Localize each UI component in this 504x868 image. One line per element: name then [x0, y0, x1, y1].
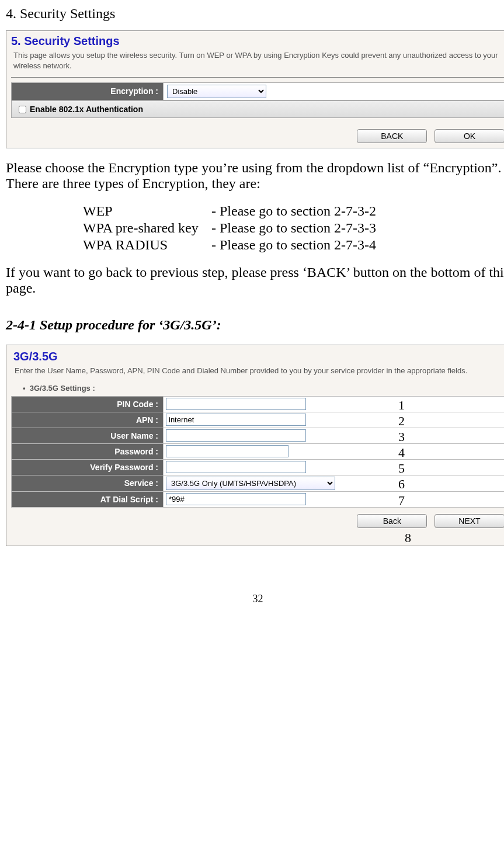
callout-5: 5: [398, 461, 405, 476]
enc-row-wep: WEP - Please go to section 2-7-3-2: [83, 203, 381, 219]
settings-grid: PIN Code : 1 APN : 2 User Name : 3 Passw…: [11, 396, 504, 508]
callout-8: 8: [6, 530, 504, 546]
intro-paragraph: Please choose the Encryption type you’re…: [6, 160, 504, 192]
enable-8021x-row: Enable 802.1x Authentication: [11, 100, 504, 118]
row-service: Service : 3G/3.5G Only (UMTS/HSPA/HSDPA)…: [11, 475, 504, 492]
encryption-row: Encryption : Disable: [11, 82, 504, 100]
callout-1: 1: [398, 398, 405, 413]
label-at-dial-script: AT Dial Script :: [12, 492, 164, 507]
row-apn: APN : 2: [11, 412, 504, 428]
panel-description: This page allows you setup the wireless …: [6, 48, 504, 77]
callout-2: 2: [398, 414, 405, 429]
label-password: Password :: [12, 444, 164, 459]
label-user-name: User Name :: [12, 428, 164, 443]
button-row: BACK OK: [6, 123, 504, 148]
settings-subheader: 3G/3.5G Settings :: [6, 384, 504, 396]
enable-8021x-checkbox[interactable]: [19, 106, 26, 113]
row-at-dial-script: AT Dial Script : 7: [11, 492, 504, 508]
enc-ref: - Please go to section 2-7-3-4: [211, 237, 381, 253]
back-button-2[interactable]: Back: [357, 514, 427, 528]
ok-button[interactable]: OK: [435, 129, 504, 143]
label-service: Service :: [12, 475, 164, 491]
callout-7: 7: [398, 493, 405, 508]
enc-row-wpa-psk: WPA pre-shared key - Please go to sectio…: [83, 220, 381, 236]
row-user-name: User Name : 3: [11, 428, 504, 444]
input-user-name[interactable]: [166, 429, 306, 442]
enc-name: WPA pre-shared key: [83, 220, 210, 236]
encryption-label: Encryption :: [12, 83, 164, 100]
label-verify-password: Verify Password :: [12, 460, 164, 475]
encryption-types-list: WEP - Please go to section 2-7-3-2 WPA p…: [82, 202, 382, 254]
input-pin-code[interactable]: [166, 398, 306, 410]
panel2-title: 3G/3.5G: [6, 345, 504, 363]
enc-name: WEP: [83, 203, 210, 219]
enable-8021x-label: Enable 802.1x Authentication: [30, 105, 143, 114]
back-paragraph: If you want to go back to previous step,…: [6, 265, 504, 296]
input-apn[interactable]: [166, 414, 306, 426]
enc-ref: - Please go to section 2-7-3-2: [211, 203, 381, 219]
input-password[interactable]: [166, 445, 289, 457]
enc-name: WPA RADIUS: [83, 237, 210, 253]
callout-4: 4: [398, 445, 405, 460]
row-pin-code: PIN Code : 1: [11, 396, 504, 412]
label-pin-code: PIN Code :: [12, 397, 164, 412]
security-settings-panel: 5. Security Settings This page allows yo…: [6, 30, 504, 148]
encryption-select[interactable]: Disable: [167, 85, 266, 98]
back-button[interactable]: BACK: [357, 129, 427, 143]
next-button[interactable]: NEXT: [435, 514, 504, 528]
panel-title: 5. Security Settings: [6, 31, 504, 48]
section-heading: 4. Security Settings: [6, 6, 504, 22]
enc-ref: - Please go to section 2-7-3-3: [211, 220, 381, 236]
row-password: Password : 4: [11, 444, 504, 460]
page-number: 32: [6, 593, 504, 605]
encryption-cell: Disable: [164, 83, 504, 100]
subheading-3g: 2-4-1 Setup procedure for ‘3G/3.5G’:: [6, 317, 504, 333]
button-row-2: Back NEXT: [6, 509, 504, 530]
label-apn: APN :: [12, 412, 164, 428]
row-verify-password: Verify Password : 5: [11, 460, 504, 475]
callout-3: 3: [398, 429, 405, 445]
select-service[interactable]: 3G/3.5G Only (UMTS/HSPA/HSDPA): [166, 477, 335, 490]
input-verify-password[interactable]: [166, 461, 306, 473]
divider: [11, 77, 504, 78]
callout-6: 6: [398, 477, 405, 492]
input-at-dial-script[interactable]: [166, 493, 306, 505]
threeg-panel: 3G/3.5G Enter the User Name, Password, A…: [6, 345, 504, 546]
enc-row-wpa-radius: WPA RADIUS - Please go to section 2-7-3-…: [83, 237, 381, 253]
panel2-description: Enter the User Name, Password, APN, PIN …: [6, 363, 504, 383]
